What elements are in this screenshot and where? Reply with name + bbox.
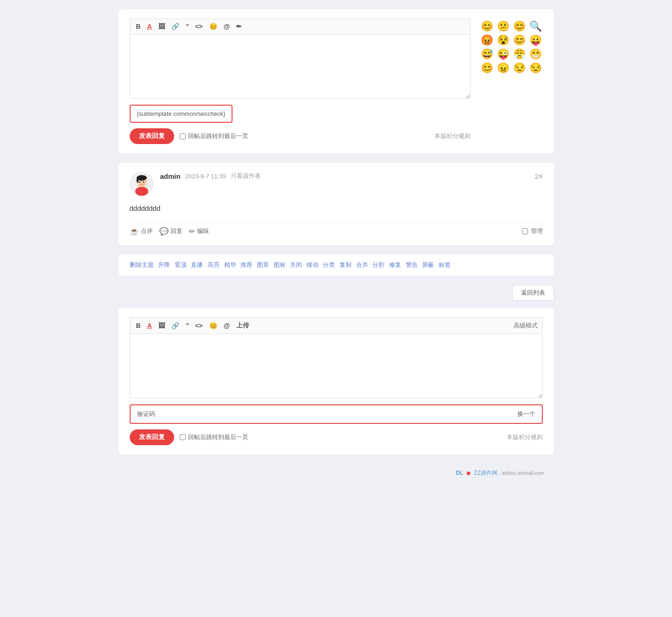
admin-warn[interactable]: 警告: [406, 261, 418, 268]
top-redirect-checkbox[interactable]: [180, 133, 186, 139]
emoji-5[interactable]: 😡: [480, 34, 494, 46]
edit-label: 编辑: [197, 227, 209, 235]
bottom-upload-label[interactable]: 上传: [235, 321, 251, 331]
emoji-16[interactable]: 😒: [528, 62, 543, 74]
bold-icon[interactable]: B: [135, 22, 142, 31]
admin-recommend[interactable]: 推荐: [240, 261, 252, 268]
admin-actions-bar: 删除主题 升降 置顶 直播 高亮 精华 推荐 图章 图标 关闭 移动 分类 复制…: [119, 254, 554, 276]
admin-merge[interactable]: 合并: [356, 261, 368, 268]
bottom-redirect-label[interactable]: 回帖后跳转到最后一页: [180, 433, 248, 441]
bottom-quote-icon[interactable]: ": [184, 321, 190, 330]
edit-icon: ✏: [189, 227, 195, 236]
emoji-12[interactable]: 😁: [528, 48, 543, 60]
reply-label: 回复: [170, 227, 182, 235]
quote-icon[interactable]: ": [184, 22, 190, 31]
admin-close[interactable]: 关闭: [290, 261, 302, 268]
bottom-redirect-checkbox[interactable]: [180, 434, 186, 440]
bottom-editor-left: B A 🖼 🔗 " <> 😊 @ 上传 高级模式 验证码 换一个: [130, 317, 543, 445]
captcha-label: 验证码: [137, 410, 155, 418]
bottom-submit-button[interactable]: 发表回复: [130, 429, 174, 445]
bottom-advanced-mode-button[interactable]: 高级模式: [514, 321, 538, 330]
bottom-editor-toolbar: B A 🖼 🔗 " <> 😊 @ 上传 高级模式: [130, 317, 543, 334]
bottom-at-icon[interactable]: @: [222, 321, 232, 330]
post-meta-top: admin 2023-9-7 11:39 只看该作者 2#: [160, 172, 543, 180]
top-submit-button[interactable]: 发表回复: [130, 128, 174, 144]
edit-button[interactable]: ✏ 编辑: [189, 227, 209, 236]
post-manage[interactable]: 管理: [522, 227, 543, 235]
top-redirect-label[interactable]: 回帖后跳转到最后一页: [180, 132, 248, 140]
post-view-only[interactable]: 只看该作者: [231, 172, 261, 180]
admin-classify[interactable]: 分类: [323, 261, 335, 268]
admin-block[interactable]: 屏蔽: [422, 261, 434, 268]
watermark-logo: DL: [456, 470, 463, 476]
top-editor-actions-left: 发表回复 回帖后跳转到最后一页: [130, 128, 248, 144]
bottom-bold-icon[interactable]: B: [135, 321, 142, 330]
code-icon[interactable]: <>: [194, 22, 204, 31]
emoji-13[interactable]: 😊: [480, 62, 494, 74]
top-editor-toolbar: B A 🖼 🔗 " <> 😊 @ ✏: [130, 19, 471, 34]
admin-icon[interactable]: 图标: [274, 261, 286, 268]
post-actions: ☕ 点评 💬 回复 ✏ 编辑: [130, 227, 209, 236]
watermark-dz: ●: [466, 468, 471, 478]
bottom-code-icon[interactable]: <>: [194, 321, 204, 330]
admin-live[interactable]: 直播: [191, 261, 203, 268]
emoji-6[interactable]: 😵: [496, 34, 510, 46]
editor-left: B A 🖼 🔗 " <> 😊 @ ✏ {subtemplate common/s: [130, 19, 471, 144]
admin-copy[interactable]: 复制: [339, 261, 352, 268]
return-to-list-button[interactable]: 返回列表: [512, 285, 554, 301]
post-header: admin 2023-9-7 11:39 只看该作者 2#: [130, 172, 543, 196]
comment-button[interactable]: ☕ 点评: [130, 227, 153, 236]
emoji-4[interactable]: 🔍: [528, 20, 543, 32]
admin-move[interactable]: 移动: [307, 261, 319, 268]
emoji-icon[interactable]: 😊: [208, 22, 219, 31]
reply-button[interactable]: 💬 回复: [159, 227, 182, 236]
post-time: 2023-9-7 11:39: [185, 173, 226, 180]
bottom-font-icon[interactable]: A: [146, 321, 153, 330]
admin-split[interactable]: 分割: [372, 261, 384, 268]
admin-repair[interactable]: 修复: [389, 261, 401, 268]
emoji-2[interactable]: 😕: [496, 20, 510, 32]
bottom-editor-actions: 发表回复 回帖后跳转到最后一页 本版积分规则: [130, 429, 543, 445]
manage-label: 管理: [531, 227, 543, 235]
post-meta: admin 2023-9-7 11:39 只看该作者 2#: [160, 172, 543, 180]
emoji-10[interactable]: 😜: [496, 48, 510, 60]
bottom-editor-card: B A 🖼 🔗 " <> 😊 @ 上传 高级模式 验证码 换一个: [119, 308, 554, 454]
bottom-editor-textarea[interactable]: [130, 334, 543, 398]
admin-tag[interactable]: 标签: [439, 261, 451, 268]
emoji-8[interactable]: 😛: [528, 34, 543, 46]
pencil-icon[interactable]: ✏: [235, 22, 243, 31]
comment-label: 点评: [141, 227, 153, 235]
watermark-url: addon.dismall.com: [502, 470, 545, 476]
admin-digest[interactable]: 精华: [224, 261, 236, 268]
manage-checkbox[interactable]: [522, 228, 528, 234]
captcha-box: 验证码 换一个: [130, 404, 543, 424]
image-icon[interactable]: 🖼: [157, 22, 166, 31]
admin-rank[interactable]: 升降: [158, 261, 170, 268]
emoji-9[interactable]: 😅: [480, 48, 494, 60]
emoji-7[interactable]: 😊: [512, 34, 527, 46]
svg-rect-4: [137, 178, 138, 183]
bottom-link-icon[interactable]: 🔗: [170, 321, 181, 330]
captcha-refresh-button[interactable]: 换一个: [517, 410, 535, 418]
link-icon[interactable]: 🔗: [170, 22, 181, 31]
at-icon[interactable]: @: [222, 22, 232, 31]
admin-pin[interactable]: 置顶: [175, 261, 187, 268]
bottom-emoji-icon[interactable]: 😊: [208, 321, 219, 330]
seccheck-text: {subtemplate common/seccheck}: [137, 110, 226, 117]
admin-delete[interactable]: 删除主题: [130, 261, 154, 268]
emoji-14[interactable]: 😠: [496, 62, 510, 74]
top-editor-card: B A 🖼 🔗 " <> 😊 @ ✏ {subtemplate common/s: [119, 9, 554, 153]
font-color-icon[interactable]: A: [146, 22, 153, 31]
seccheck-box: {subtemplate common/seccheck}: [130, 105, 233, 123]
emoji-3[interactable]: 😊: [512, 20, 527, 32]
svg-point-6: [143, 182, 144, 183]
admin-highlight[interactable]: 高亮: [207, 261, 220, 268]
emoji-panel: 😊 😕 😊 🔍 😡 😵 😊 😛 😅 😜 😤 😁 😊 😠 😒 😒: [480, 19, 543, 74]
emoji-1[interactable]: 😊: [480, 20, 494, 32]
emoji-15[interactable]: 😒: [512, 62, 527, 74]
post-footer: ☕ 点评 💬 回复 ✏ 编辑 管理: [130, 222, 543, 236]
bottom-image-icon[interactable]: 🖼: [157, 321, 166, 330]
emoji-11[interactable]: 😤: [512, 48, 527, 60]
top-editor-textarea[interactable]: [130, 34, 471, 99]
admin-stamp[interactable]: 图章: [257, 261, 269, 268]
